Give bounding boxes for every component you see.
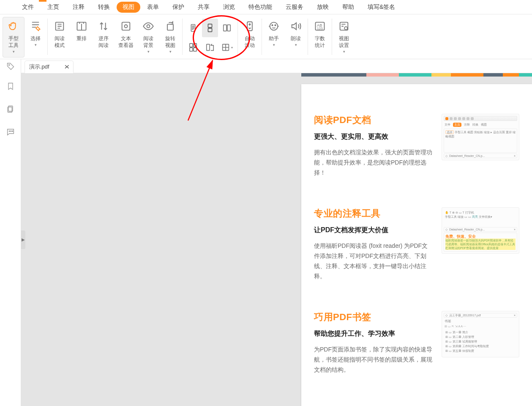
svg-rect-2 — [122, 22, 130, 30]
menu-bar: 文件 主页 注释 转换 视图 表单 保护 共享 浏览 特色功能 云服务 放映 帮… — [0, 0, 532, 14]
section2-thumbnail: ✋ T ⊕ ⊖ ▭ T 打字机手型工具 缩放 ▭ ▭ 高亮 文件转换▾ ◇ Da… — [442, 207, 519, 254]
reverse-read-label: 逆序阅读 — [98, 35, 109, 49]
eye-icon — [141, 19, 156, 33]
svg-rect-11 — [190, 44, 193, 47]
svg-rect-5 — [167, 24, 173, 30]
helper-button[interactable]: 助手 ▾ — [263, 17, 285, 58]
word-count-icon: AB123 — [313, 19, 327, 33]
read-bg-button[interactable]: 阅读背景 ▾ — [137, 17, 159, 58]
menu-protect[interactable]: 保护 — [166, 1, 191, 14]
rotate-view-label: 旋转视图 — [165, 35, 175, 49]
document-tab[interactable]: 演示.pdf × — [25, 60, 74, 73]
helper-label: 助手 — [269, 36, 279, 41]
section3-body: 为PDF页面添加书签，除了实现内容的快速导航，书签还能指明不同书签的层级关系，展… — [314, 344, 433, 375]
ribbon: 手型工具 ▾ 选择 ▾ 阅读模式 重排 逆序阅读 文本查看器 — [0, 14, 532, 59]
speak-button[interactable]: 朗读 ▾ — [285, 17, 307, 58]
view-settings-button[interactable]: 视图设置 ▾ — [333, 17, 355, 58]
close-tab-button[interactable]: × — [64, 64, 70, 70]
rotate-view-button[interactable]: 旋转视图 ▾ — [159, 17, 181, 58]
comments-panel-icon[interactable] — [5, 126, 16, 137]
hand-tool-label: 手型工具 — [8, 35, 19, 49]
facing-page-button[interactable] — [219, 19, 235, 37]
svg-rect-15 — [207, 44, 210, 51]
menu-help[interactable]: 帮助 — [336, 1, 361, 14]
svg-point-25 — [344, 27, 347, 30]
rotate-icon — [163, 19, 177, 33]
svg-point-4 — [147, 25, 150, 28]
svg-point-26 — [8, 64, 10, 66]
speaker-icon — [289, 19, 303, 33]
section2-subtitle: 让PDF文档发挥更大价值 — [314, 226, 433, 235]
menu-convert[interactable]: 转换 — [91, 1, 117, 14]
chevron-down-icon: ▾ — [295, 43, 297, 47]
menu-file[interactable]: 文件 — [15, 1, 41, 14]
svg-rect-6 — [191, 25, 195, 32]
reading-mode-label: 阅读模式 — [55, 35, 65, 49]
bookmark-panel-icon[interactable] — [5, 81, 16, 92]
section-read-pdf: 阅读PDF文档 更强大、更实用、更高效 拥有出色的文档渲染效果，强大的页面管理功… — [314, 114, 519, 178]
single-page-button[interactable] — [185, 19, 201, 37]
menu-comment[interactable]: 注释 — [66, 1, 91, 14]
svg-text:123: 123 — [317, 27, 323, 31]
chevron-down-icon: ▾ — [35, 43, 37, 47]
word-count-label: 字数统计 — [315, 35, 325, 49]
svg-rect-10 — [227, 25, 230, 31]
reverse-icon — [96, 19, 111, 33]
document-workspace[interactable]: ▶ 阅读PDF文档 更强大、更实用、更高效 拥有出色的文档渲染效果，强大的页面管… — [21, 73, 532, 406]
chevron-down-icon: ▾ — [169, 49, 172, 54]
menu-form[interactable]: 表单 — [140, 1, 166, 14]
menu-home[interactable]: 主页 — [41, 1, 66, 14]
section1-thumbnail: 文件主页注释转换视图 选择 手型工具 截图 剪贴板 缩放 ▸ 适合页面 重排 缩… — [442, 114, 519, 160]
menu-present[interactable]: 放映 — [310, 1, 336, 14]
section-annotate: 专业的注释工具 让PDF文档发挥更大价值 使用福昕PDF阅读器 (foxit r… — [314, 207, 519, 281]
svg-point-20 — [275, 25, 276, 26]
document-tab-title: 演示.pdf — [29, 63, 49, 71]
menu-share[interactable]: 共享 — [191, 1, 216, 14]
settings-icon — [337, 19, 351, 33]
select-tool-button[interactable]: 选择 ▾ — [25, 17, 46, 58]
svg-rect-14 — [194, 48, 196, 51]
text-viewer-icon — [119, 19, 133, 33]
sidebar-tag-icon[interactable] — [0, 59, 21, 73]
word-count-button[interactable]: AB123 字数统计 — [309, 17, 331, 58]
auto-scroll-button[interactable]: 自动滚动 — [239, 17, 261, 58]
auto-scroll-label: 自动滚动 — [245, 35, 255, 49]
menu-sign[interactable]: 填写&签名 — [361, 1, 402, 14]
document-tabstrip: 演示.pdf × — [21, 59, 532, 73]
select-label: 选择 — [30, 36, 41, 41]
section3-thumbnail: ◇ 员工手册_20120917.pdf × 书签 ⊞ ▭ ⇱ ⇲ A A ⋯ ⊞… — [442, 311, 519, 357]
document-page: 阅读PDF文档 更强大、更实用、更高效 拥有出色的文档渲染效果，强大的页面管理功… — [301, 84, 532, 406]
menu-browse[interactable]: 浏览 — [216, 1, 242, 14]
chevron-down-icon: ▾ — [13, 49, 15, 54]
select-icon — [28, 19, 43, 33]
hand-tool-button[interactable]: 手型工具 ▾ — [3, 17, 25, 58]
text-viewer-button[interactable]: 文本查看器 — [115, 17, 137, 58]
separate-cover-button[interactable] — [202, 38, 218, 57]
chevron-down-icon: ▾ — [273, 43, 275, 47]
left-sidebar — [0, 73, 21, 406]
split-view-button[interactable]: ▾ — [219, 38, 235, 57]
reading-mode-button[interactable]: 阅读模式 — [49, 17, 71, 58]
section1-body: 拥有出色的文档渲染效果，强大的页面管理功能，帮助提升效率，是您阅读PDF的理想选… — [314, 147, 433, 178]
menu-feature[interactable]: 特色功能 — [242, 1, 279, 14]
hand-icon — [6, 19, 21, 33]
reflow-button[interactable]: 重排 — [71, 17, 93, 58]
reverse-read-button[interactable]: 逆序阅读 — [93, 17, 115, 58]
section3-title: 巧用PDF书签 — [314, 311, 433, 324]
auto-scroll-icon — [243, 19, 257, 33]
section3-subtitle: 帮助您提升工作、学习效率 — [314, 329, 433, 338]
reflow-label: 重排 — [76, 36, 87, 41]
menu-view[interactable]: 视图 — [117, 2, 140, 13]
speak-label: 朗读 — [291, 36, 301, 41]
continuous-facing-button[interactable] — [185, 38, 201, 57]
section2-title: 专业的注释工具 — [314, 207, 433, 220]
pages-panel-icon[interactable] — [5, 104, 16, 115]
page-preview-right: 阅读PDF文档 更强大、更实用、更高效 拥有出色的文档渲染效果，强大的页面管理功… — [301, 73, 532, 406]
reflow-icon — [74, 19, 89, 33]
continuous-page-button[interactable] — [202, 19, 218, 37]
svg-rect-8 — [208, 28, 212, 32]
menu-cloud[interactable]: 云服务 — [279, 1, 310, 14]
panel-toggle-button[interactable]: ▶ — [21, 230, 25, 249]
section2-body: 使用福昕PDF阅读器 (foxit reader) 为PDF文件添加注释，可对P… — [314, 241, 433, 281]
svg-point-3 — [125, 25, 128, 28]
